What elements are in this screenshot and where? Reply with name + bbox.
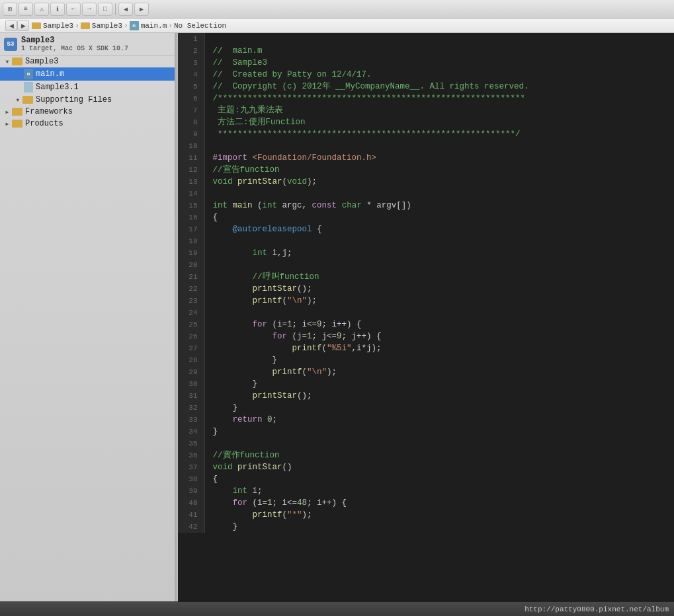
line-code-38: { — [204, 473, 674, 485]
disclosure-sample3 — [3, 57, 12, 66]
toolbar-icon-box[interactable]: □ — [98, 3, 112, 16]
line-code-18 — [204, 235, 674, 247]
line-number-20: 20 — [178, 259, 204, 271]
disclosure-supporting — [13, 95, 22, 104]
toolbar-icon-grid[interactable]: ⊞ — [3, 3, 17, 16]
sidebar-project-header[interactable]: S3 Sample3 1 target, Mac OS X SDK 10.7 — [0, 33, 175, 56]
breadcrumb-forward-button[interactable]: ▶ — [17, 20, 29, 31]
line-number-28: 28 — [178, 354, 204, 366]
toolbar-separator — [115, 3, 116, 15]
project-title: Sample3 — [21, 36, 128, 45]
line-code-24 — [204, 307, 674, 319]
code-line-21: 21 //呼叫function — [178, 271, 674, 283]
breadcrumb-back-button[interactable]: ◀ — [5, 20, 17, 31]
code-line-3: 3// Sample3 — [178, 57, 674, 69]
line-code-25: for (i=1; i<=9; i++) { — [204, 319, 674, 330]
code-line-32: 32 } — [178, 402, 674, 414]
code-line-17: 17 @autoreleasepool { — [178, 223, 674, 235]
line-number-35: 35 — [178, 438, 204, 449]
toolbar-icon-list[interactable]: ≡ — [19, 3, 33, 16]
code-line-2: 2// main.m — [178, 45, 674, 57]
code-line-11: 11#import <Foundation/Foundation.h> — [178, 152, 674, 164]
sidebar-label-sample3: Sample3 — [25, 57, 58, 66]
code-line-25: 25 for (i=1; i<=9; i++) { — [178, 319, 674, 330]
line-number-37: 37 — [178, 461, 204, 473]
line-number-12: 12 — [178, 164, 204, 176]
line-number-1: 1 — [178, 33, 204, 45]
project-subtitle: 1 target, Mac OS X SDK 10.7 — [21, 45, 128, 52]
breadcrumb-sep-1: › — [75, 22, 79, 30]
breadcrumb-file-icon: m — [130, 21, 139, 30]
line-code-5: // Copyright (c) 2012年 __MyCompanyName__… — [204, 81, 674, 93]
sidebar: S3 Sample3 1 target, Mac OS X SDK 10.7 S… — [0, 33, 175, 601]
toolbar-icon-alert[interactable]: ⚠ — [34, 3, 49, 16]
line-code-22: printStar(); — [204, 283, 674, 295]
line-number-39: 39 — [178, 485, 204, 497]
toolbar-icon-prev[interactable]: ◀ — [118, 3, 133, 16]
toolbar-icon-arrow-left[interactable]: ← — [66, 3, 81, 16]
code-line-34: 34} — [178, 426, 674, 438]
line-number-29: 29 — [178, 366, 204, 378]
line-number-3: 3 — [178, 57, 204, 69]
line-code-37: void printStar() — [204, 461, 674, 473]
line-number-22: 22 — [178, 283, 204, 295]
disclosure-products — [3, 119, 12, 128]
sidebar-item-products[interactable]: Products — [0, 118, 175, 130]
line-number-38: 38 — [178, 473, 204, 485]
line-code-9: ****************************************… — [204, 128, 674, 140]
line-code-4: // Created by Patty on 12/4/17. — [204, 69, 674, 81]
line-code-36: //實作function — [204, 449, 674, 461]
code-line-24: 24 — [178, 307, 674, 319]
line-number-23: 23 — [178, 295, 204, 307]
sidebar-item-mainm[interactable]: m main.m — [0, 67, 175, 81]
breadcrumb-item-sample3-1[interactable]: Sample3 — [43, 22, 73, 30]
code-table: 12// main.m3// Sample34// Created by Pat… — [178, 33, 674, 533]
line-number-9: 9 — [178, 128, 204, 140]
code-line-16: 16{ — [178, 212, 674, 223]
breadcrumb-item-sample3-2[interactable]: Sample3 — [92, 22, 122, 30]
line-code-3: // Sample3 — [204, 57, 674, 69]
line-code-10 — [204, 140, 674, 152]
file-icon-sample31 — [24, 82, 33, 93]
folder-icon-frameworks — [12, 108, 22, 116]
line-code-11: #import <Foundation/Foundation.h> — [204, 152, 674, 164]
line-code-28: } — [204, 354, 674, 366]
toolbar-icon-info[interactable]: ℹ — [50, 3, 65, 16]
sidebar-item-sample3-group[interactable]: Sample3 — [0, 56, 175, 67]
line-code-19: int i,j; — [204, 247, 674, 259]
line-number-16: 16 — [178, 212, 204, 223]
line-code-31: printStar(); — [204, 390, 674, 402]
sidebar-item-sample31[interactable]: Sample3.1 — [0, 81, 175, 94]
line-number-11: 11 — [178, 152, 204, 164]
sidebar-label-products: Products — [25, 119, 63, 128]
code-line-37: 37void printStar() — [178, 461, 674, 473]
line-code-39: int i; — [204, 485, 674, 497]
code-line-12: 12//宣告function — [178, 164, 674, 176]
code-line-18: 18 — [178, 235, 674, 247]
breadcrumb-sep-3: › — [168, 22, 173, 30]
line-code-13: void printStar(void); — [204, 176, 674, 188]
line-number-26: 26 — [178, 330, 204, 342]
line-number-5: 5 — [178, 81, 204, 93]
line-code-26: for (j=1; j<=9; j++) { — [204, 330, 674, 342]
code-editor[interactable]: 12// main.m3// Sample34// Created by Pat… — [178, 33, 674, 601]
breadcrumb-items: Sample3 › Sample3 › m main.m › No Select… — [32, 21, 226, 30]
project-info: Sample3 1 target, Mac OS X SDK 10.7 — [21, 36, 128, 52]
line-code-30: } — [204, 378, 674, 390]
line-number-19: 19 — [178, 247, 204, 259]
line-code-23: printf("\n"); — [204, 295, 674, 307]
sidebar-item-supporting-files[interactable]: Supporting Files — [0, 94, 175, 106]
breadcrumb-folder-icon — [32, 22, 41, 29]
code-line-20: 20 — [178, 259, 674, 271]
breadcrumb-item-mainm[interactable]: main.m — [141, 22, 167, 30]
line-number-30: 30 — [178, 378, 204, 390]
sidebar-item-frameworks[interactable]: Frameworks — [0, 106, 175, 118]
line-code-34: } — [204, 426, 674, 438]
line-number-36: 36 — [178, 449, 204, 461]
toolbar-icon-arrow-right[interactable]: → — [82, 3, 97, 16]
line-code-7: 主題:九九乘法表 — [204, 104, 674, 116]
line-code-41: printf("*"); — [204, 509, 674, 521]
code-line-10: 10 — [178, 140, 674, 152]
toolbar-icon-next[interactable]: ▶ — [134, 3, 149, 16]
code-line-28: 28 } — [178, 354, 674, 366]
